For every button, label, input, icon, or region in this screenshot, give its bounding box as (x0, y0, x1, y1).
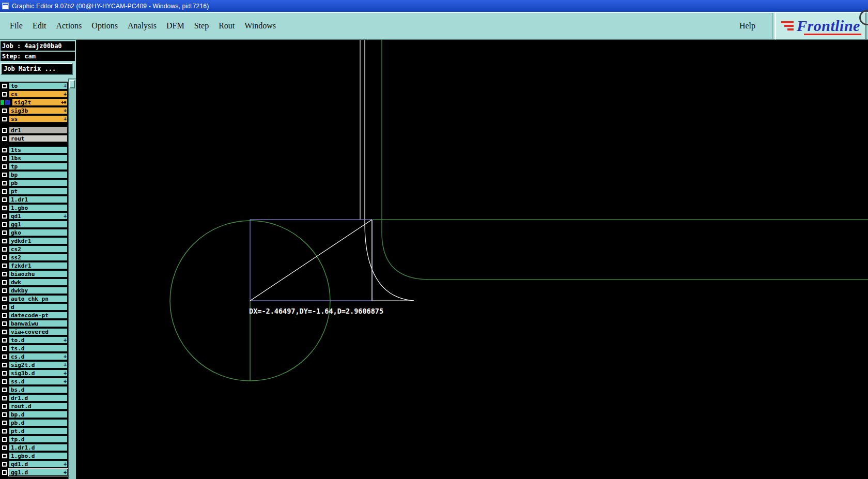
layer-visibility-checkbox[interactable] (2, 404, 7, 409)
layer-row[interactable]: dr1.d (0, 394, 68, 402)
layer-visibility-checkbox[interactable] (2, 164, 7, 169)
layer-name[interactable]: cs2 (9, 245, 68, 253)
layer-name[interactable]: bp (9, 171, 68, 178)
layer-row[interactable]: rout (0, 134, 68, 143)
graphic-canvas[interactable]: DX=-2.46497,DY=-1.64,D=2.9606875 (76, 40, 868, 479)
active-layer-indicator[interactable] (0, 100, 10, 105)
layer-name[interactable]: 1.dr1.d (9, 444, 68, 451)
layer-name[interactable]: pt (9, 188, 68, 195)
layer-name[interactable]: ss2 (9, 254, 68, 261)
layer-name[interactable]: ydkdr1 (9, 237, 68, 244)
layer-visibility-checkbox[interactable] (2, 230, 7, 236)
layer-visibility-checkbox[interactable] (2, 428, 7, 434)
layer-visibility-checkbox[interactable] (2, 437, 7, 442)
layer-row[interactable]: 1ts (0, 146, 68, 154)
layer-row[interactable]: fzkdr1 (0, 261, 68, 270)
layer-name[interactable]: dwkby (9, 287, 68, 294)
layer-name[interactable]: tp.d (9, 436, 68, 443)
layer-visibility-checkbox[interactable] (2, 387, 7, 393)
layer-row[interactable]: sig3b.d+ (0, 369, 68, 377)
layer-row[interactable]: 1.dr1 (0, 195, 68, 204)
layer-name[interactable]: cs.d+ (9, 353, 68, 360)
layer-row[interactable]: bp (0, 171, 68, 179)
layer-name[interactable]: ss.d+ (9, 378, 68, 385)
layer-name[interactable]: auto_chk_pn (9, 295, 68, 302)
layer-row[interactable]: qd1+ (0, 212, 68, 220)
layer-name[interactable]: via+covered (9, 328, 68, 335)
layer-name[interactable]: pt.d (9, 427, 68, 435)
layer-row[interactable]: bp.d (0, 410, 68, 419)
layer-name[interactable]: pb (9, 179, 68, 187)
layer-row[interactable]: via+covered (0, 328, 68, 336)
layer-name[interactable]: 1.gbo (9, 204, 68, 211)
layer-name[interactable]: 1ts (9, 146, 68, 153)
layer-name[interactable]: 1.gbo.d (9, 452, 68, 459)
layer-visibility-checkbox[interactable] (2, 445, 7, 451)
layer-row[interactable]: to.d+ (0, 336, 68, 344)
layer-name[interactable]: gg1.d+ (9, 469, 68, 476)
layer-visibility-checkbox[interactable] (2, 296, 7, 302)
layer-row[interactable]: ss.d+ (0, 377, 68, 385)
layer-row[interactable]: biaozhu (0, 270, 68, 278)
layer-name[interactable]: gg1 (9, 221, 68, 228)
layer-name[interactable]: pb.d (9, 419, 68, 426)
job-matrix-button[interactable]: Job Matrix ... (1, 63, 73, 75)
layer-visibility-checkbox[interactable] (2, 395, 7, 401)
layer-row[interactable]: datecode-pt (0, 311, 68, 319)
layer-visibility-checkbox[interactable] (2, 156, 7, 161)
menu-item-help[interactable]: Help (739, 21, 755, 30)
layer-visibility-checkbox[interactable] (2, 172, 7, 178)
layer-row[interactable]: dwkby (0, 286, 68, 295)
layer-row[interactable]: 1.dr1.d (0, 443, 68, 452)
layer-row[interactable]: sig2t.d+ (0, 361, 68, 369)
layer-visibility-checkbox[interactable] (2, 136, 7, 142)
layer-name[interactable]: 1bs (9, 154, 68, 162)
layer-visibility-checkbox[interactable] (2, 370, 7, 376)
layer-row[interactable]: rout.d (0, 402, 68, 410)
layer-visibility-checkbox[interactable] (2, 453, 7, 459)
layer-visibility-checkbox[interactable] (2, 288, 7, 293)
layer-row[interactable]: auto_chk_pn (0, 295, 68, 303)
layer-row[interactable]: to+ (0, 82, 68, 90)
layer-visibility-checkbox[interactable] (2, 197, 7, 203)
layer-row[interactable]: d (0, 303, 68, 311)
layer-row[interactable]: gg1 (0, 220, 68, 228)
layer-row[interactable]: pb.d (0, 419, 68, 427)
layer-visibility-checkbox[interactable] (2, 147, 7, 153)
layer-visibility-checkbox[interactable] (2, 470, 7, 475)
layer-visibility-checkbox[interactable] (2, 362, 7, 368)
layer-name[interactable]: fzkdr1 (9, 262, 68, 269)
layer-name[interactable]: to+ (9, 82, 68, 89)
layer-row[interactable]: ss2 (0, 253, 68, 261)
layer-row[interactable]: cs+ (0, 90, 68, 98)
layer-visibility-checkbox[interactable] (2, 91, 7, 97)
layer-visibility-checkbox[interactable] (2, 321, 7, 327)
layer-visibility-checkbox[interactable] (2, 116, 7, 122)
layer-name[interactable]: bs.d (9, 386, 68, 393)
layer-row[interactable]: dr1 (0, 126, 68, 134)
layer-visibility-checkbox[interactable] (2, 379, 7, 384)
menu-item-rout[interactable]: Rout (219, 21, 235, 30)
layer-row[interactable]: banwaiwu (0, 319, 68, 328)
layer-visibility-checkbox[interactable] (2, 180, 7, 186)
layer-visibility-checkbox[interactable] (2, 189, 7, 194)
menu-item-analysis[interactable]: Analysis (128, 21, 157, 30)
layer-row[interactable]: bs.d (0, 385, 68, 394)
menu-item-options[interactable]: Options (91, 21, 118, 30)
layer-name[interactable]: d (9, 303, 68, 311)
layer-row[interactable]: tp.d (0, 435, 68, 443)
layer-name[interactable]: rout.d (9, 403, 68, 410)
layer-name[interactable]: banwaiwu (9, 320, 68, 327)
layer-row[interactable]: gko (0, 228, 68, 237)
layer-row[interactable]: 1.gbo.d (0, 452, 68, 460)
layer-name[interactable]: 1.dr1 (9, 196, 68, 203)
layer-row[interactable]: ts.d (0, 344, 68, 352)
layer-name[interactable]: dr1.d (9, 394, 68, 401)
layer-name[interactable]: sig3b.d+ (9, 369, 68, 377)
menu-item-edit[interactable]: Edit (33, 21, 47, 30)
layer-visibility-checkbox[interactable] (2, 461, 7, 467)
layer-visibility-checkbox[interactable] (2, 238, 7, 244)
layer-row[interactable]: pb (0, 179, 68, 187)
layer-row[interactable]: ss+ (0, 115, 68, 123)
layer-row[interactable]: tp (0, 162, 68, 171)
